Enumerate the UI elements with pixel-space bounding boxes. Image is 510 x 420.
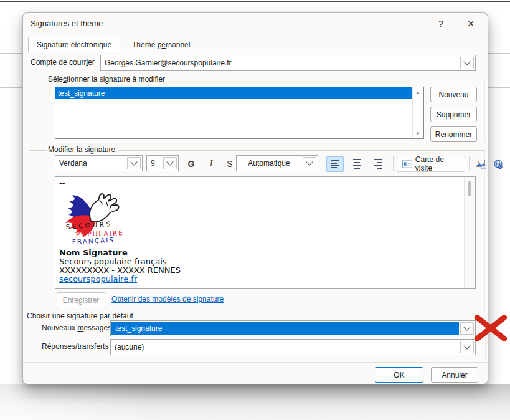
chevron-down-icon xyxy=(463,323,470,330)
bold-button[interactable]: G xyxy=(184,156,199,171)
edit-signature-group-label: Modifier la signature xyxy=(47,145,118,154)
background-divider xyxy=(0,1,510,2)
insert-hyperlink-button[interactable] xyxy=(490,156,506,172)
signature-name: Nom Signature xyxy=(59,249,465,257)
signature-address: XXXXXXXXX - XXXXX RENNES xyxy=(59,266,465,275)
underline-button[interactable]: S xyxy=(222,156,237,171)
delete-button[interactable]: Supprimer xyxy=(430,107,477,122)
signature-editor[interactable]: -- SECOURS POPULAIRE FRANÇAIS Nom Signat… xyxy=(55,176,476,289)
ok-button[interactable]: OK xyxy=(375,367,423,383)
secours-populaire-logo: SECOURS POPULAIRE FRANÇAIS xyxy=(60,188,128,247)
replies-forwards-value: (aucune) xyxy=(111,340,459,355)
save-button[interactable]: Enregistrer xyxy=(57,292,105,308)
align-left-icon xyxy=(331,160,339,169)
signature-dashes: -- xyxy=(59,179,465,188)
svg-text:FRANÇAIS: FRANÇAIS xyxy=(72,236,115,246)
toolbar-separator xyxy=(323,156,323,171)
font-size-select[interactable]: 9 xyxy=(146,155,179,171)
insert-picture-button[interactable] xyxy=(473,156,489,172)
red-x-annotation xyxy=(472,311,509,345)
help-icon: ? xyxy=(438,19,443,29)
mail-account-select[interactable]: Georges.Garnier@secourspopulaire.fr xyxy=(100,55,476,71)
mail-account-value: Georges.Garnier@secourspopulaire.fr xyxy=(101,55,459,70)
tab-theme-personnel[interactable]: Thème personnel xyxy=(124,37,198,52)
screen: Signatures et thème ? ✕ Signature électr… xyxy=(0,0,510,420)
signature-website-link[interactable]: secourspopulaire.fr xyxy=(59,274,137,284)
scroll-up-icon[interactable]: ▲ xyxy=(413,88,423,97)
close-button[interactable]: ✕ xyxy=(461,17,480,31)
select-signature-group-label: Sélectionner la signature à modifier xyxy=(47,75,168,84)
picture-icon xyxy=(476,160,486,169)
new-messages-value: test_signature xyxy=(111,322,459,335)
mail-account-label: Compte de courrier xyxy=(31,58,95,67)
editor-scrollbar-thumb[interactable] xyxy=(468,181,471,196)
titlebar: Signatures et thème ? ✕ xyxy=(23,13,488,34)
rename-button[interactable]: Renommer xyxy=(430,126,477,142)
business-card-icon xyxy=(402,160,412,168)
editor-scrollbar[interactable] xyxy=(464,177,475,288)
new-messages-label: Nouveaux messages : xyxy=(42,323,116,332)
signatures-dialog: Signatures et thème ? ✕ Signature électr… xyxy=(22,12,488,384)
signature-org: Secours populaire français xyxy=(59,257,465,266)
background-window-edge xyxy=(0,384,510,420)
dialog-title: Signatures et thème xyxy=(31,19,103,28)
font-color-select[interactable]: Automatique xyxy=(236,155,318,171)
chevron-down-icon xyxy=(463,342,470,349)
new-messages-select[interactable]: test_signature xyxy=(110,320,476,336)
hyperlink-globe-icon xyxy=(493,160,504,169)
cancel-button[interactable]: Annuler xyxy=(431,367,478,383)
footer-separator xyxy=(23,362,488,363)
mail-account-dropdown-button[interactable] xyxy=(460,57,474,69)
signature-editor-content: -- SECOURS POPULAIRE FRANÇAIS Nom Signat… xyxy=(55,177,465,288)
align-left-button[interactable] xyxy=(326,156,344,172)
scroll-down-icon[interactable]: ▼ xyxy=(413,129,423,138)
align-right-button[interactable] xyxy=(369,156,387,172)
font-family-dropdown-button[interactable] xyxy=(127,157,141,169)
help-button[interactable]: ? xyxy=(432,17,450,31)
toolbar-separator xyxy=(393,156,394,171)
signature-list[interactable]: test_signature ▲ ▼ xyxy=(55,87,424,139)
chevron-down-icon xyxy=(166,158,173,165)
list-item-test-signature[interactable]: test_signature xyxy=(55,87,413,99)
chevron-down-icon xyxy=(130,158,137,165)
italic-button[interactable]: I xyxy=(204,156,219,171)
chevron-down-icon xyxy=(463,58,470,65)
close-icon: ✕ xyxy=(467,19,475,29)
tab-signature-electronique[interactable]: Signature électronique xyxy=(28,37,120,52)
align-right-icon xyxy=(374,158,382,171)
new-button[interactable]: Nouveau xyxy=(430,87,477,102)
align-center-icon xyxy=(353,158,361,171)
font-size-dropdown-button[interactable] xyxy=(163,157,177,169)
list-scrollbar[interactable]: ▲ ▼ xyxy=(412,87,423,138)
font-color-dropdown-button[interactable] xyxy=(303,157,316,169)
default-signature-group-label: Choisir une signature par défaut xyxy=(26,312,136,320)
font-family-select[interactable]: Verdana xyxy=(55,155,143,171)
toolbar-separator xyxy=(469,156,470,171)
chevron-down-icon xyxy=(306,158,313,165)
align-center-button[interactable] xyxy=(348,156,366,172)
replies-forwards-select[interactable]: (aucune) xyxy=(110,339,476,355)
signature-templates-link[interactable]: Obtenir des modèles de signature xyxy=(111,295,224,303)
replies-forwards-label: Réponses/transferts : xyxy=(42,342,113,351)
